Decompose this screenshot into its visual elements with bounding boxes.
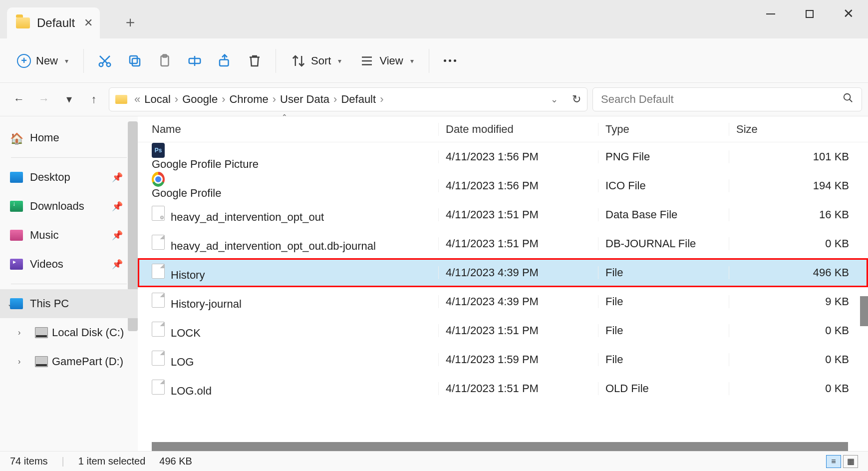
chevron-right-icon[interactable]: › xyxy=(18,357,20,366)
view-mode-toggle: ≡ ▦ xyxy=(826,455,858,468)
back-button[interactable]: ← xyxy=(9,89,29,109)
trash-icon xyxy=(247,53,262,68)
svg-rect-7 xyxy=(220,59,229,66)
file-name: heavy_ad_intervention_opt_out.db-journal xyxy=(171,240,376,252)
status-selection-size: 496 KB xyxy=(159,456,192,467)
file-name: Google Profile xyxy=(152,187,221,199)
minimize-button[interactable] xyxy=(751,0,790,27)
more-button[interactable] xyxy=(436,47,464,75)
file-row[interactable]: LOCK4/11/2023 1:51 PMFile0 KB xyxy=(138,316,868,345)
file-size-cell: 9 KB xyxy=(729,295,868,308)
file-size-cell: 16 KB xyxy=(729,208,868,221)
close-tab-button[interactable]: ✕ xyxy=(84,16,93,29)
window-tab[interactable]: Default ✕ xyxy=(7,7,100,38)
main-content: Home Desktop 📌 Downloads 📌 Music 📌 Video… xyxy=(0,116,868,451)
sidebar-this-pc[interactable]: ⌄ This PC xyxy=(0,289,138,318)
file-row[interactable]: LOG.old4/11/2023 1:51 PMOLD File0 KB xyxy=(138,374,868,403)
chevron-right-icon[interactable]: › xyxy=(18,328,20,337)
paste-button[interactable] xyxy=(151,47,179,75)
sidebar-videos-label: Videos xyxy=(30,258,63,271)
sidebar-downloads[interactable]: Downloads 📌 xyxy=(0,192,138,221)
sidebar-music-label: Music xyxy=(30,229,58,242)
view-label: View xyxy=(379,54,403,67)
refresh-button[interactable]: ↻ xyxy=(572,93,581,106)
cut-button[interactable] xyxy=(91,47,119,75)
recent-locations-button[interactable]: ⌄ xyxy=(551,94,558,105)
rename-icon xyxy=(187,53,202,68)
file-name-cell: PsGoogle Profile Picture xyxy=(152,143,438,171)
horizontal-scrollbar[interactable] xyxy=(152,442,848,451)
new-button[interactable]: + New ▾ xyxy=(9,47,76,75)
details-view-button[interactable]: ≡ xyxy=(826,455,841,468)
breadcrumb-default[interactable]: Default xyxy=(341,93,376,106)
sidebar-gamepart-label: GamePart (D:) xyxy=(52,355,123,368)
file-row[interactable]: LOG4/11/2023 1:59 PMFile0 KB xyxy=(138,345,868,374)
rename-button[interactable] xyxy=(181,47,209,75)
file-date-cell: 4/11/2023 1:56 PM xyxy=(438,150,598,163)
file-size-cell: 194 KB xyxy=(729,179,868,192)
desktop-icon xyxy=(10,172,23,183)
up-button[interactable]: ↑ xyxy=(84,89,104,109)
copy-icon xyxy=(127,53,142,68)
column-name-header[interactable]: Name ⌃ xyxy=(152,123,438,136)
sidebar-desktop[interactable]: Desktop 📌 xyxy=(0,163,138,192)
chevron-down-icon: ▾ xyxy=(65,57,68,65)
maximize-button[interactable] xyxy=(790,0,829,27)
file-name-cell: History xyxy=(152,264,438,282)
sidebar-local-disk[interactable]: › Local Disk (C:) xyxy=(0,318,138,347)
file-type-cell: File xyxy=(598,324,729,337)
share-icon xyxy=(217,53,232,68)
close-window-button[interactable]: ✕ xyxy=(829,0,868,27)
chevron-right-icon: › xyxy=(333,93,337,106)
sort-button[interactable]: Sort ▾ xyxy=(283,47,349,75)
breadcrumb-local[interactable]: Local xyxy=(144,93,171,106)
blank-file-icon xyxy=(152,380,165,395)
file-name-cell: heavy_ad_intervention_opt_out xyxy=(152,206,438,224)
search-icon xyxy=(843,92,854,106)
chevron-down-icon: ▾ xyxy=(410,57,414,65)
file-type-cell: ICO File xyxy=(598,179,729,192)
vertical-scrollbar[interactable] xyxy=(860,296,868,326)
file-name: heavy_ad_intervention_opt_out xyxy=(171,211,324,223)
chrome-file-icon xyxy=(152,172,165,187)
home-icon xyxy=(10,132,23,143)
forward-button[interactable]: → xyxy=(34,89,54,109)
file-type-cell: Data Base File xyxy=(598,208,729,221)
column-type-header[interactable]: Type xyxy=(598,123,729,136)
view-icon xyxy=(359,53,374,68)
file-type-cell: OLD File xyxy=(598,382,729,395)
db-file-icon xyxy=(152,206,165,221)
sidebar-videos[interactable]: Videos 📌 xyxy=(0,250,138,279)
address-bar[interactable]: « Local › Google › Chrome › User Data › … xyxy=(109,87,587,111)
new-tab-button[interactable]: ＋ xyxy=(120,11,141,32)
column-date-header[interactable]: Date modified xyxy=(438,123,598,136)
breadcrumb-google[interactable]: Google xyxy=(182,93,218,106)
disk-icon xyxy=(35,327,48,338)
chevron-down-icon: ▾ xyxy=(338,57,341,65)
search-box[interactable]: Search Default xyxy=(592,87,862,111)
view-button[interactable]: View ▾ xyxy=(351,47,421,75)
file-row[interactable]: History4/11/2023 4:39 PMFile496 KB xyxy=(138,258,868,287)
sidebar-home[interactable]: Home xyxy=(0,123,138,152)
history-dropdown-button[interactable]: ▾ xyxy=(59,89,79,109)
delete-button[interactable] xyxy=(241,47,269,75)
pc-icon xyxy=(10,298,23,309)
file-name-cell: Google Profile xyxy=(152,172,438,200)
file-row[interactable]: heavy_ad_intervention_opt_out.db-journal… xyxy=(138,229,868,258)
blank-file-icon xyxy=(152,293,165,308)
file-row[interactable]: heavy_ad_intervention_opt_out4/11/2023 1… xyxy=(138,200,868,229)
column-size-header[interactable]: Size xyxy=(729,123,868,136)
breadcrumb-chrome[interactable]: Chrome xyxy=(229,93,268,106)
sidebar-gamepart[interactable]: › GamePart (D:) xyxy=(0,347,138,376)
file-name: LOCK xyxy=(171,327,201,339)
copy-button[interactable] xyxy=(121,47,149,75)
tiles-view-button[interactable]: ▦ xyxy=(843,455,858,468)
file-row[interactable]: History-journal4/11/2023 4:39 PMFile9 KB xyxy=(138,287,868,316)
breadcrumb-userdata[interactable]: User Data xyxy=(280,93,329,106)
file-row[interactable]: PsGoogle Profile Picture4/11/2023 1:56 P… xyxy=(138,142,868,171)
file-date-cell: 4/11/2023 1:51 PM xyxy=(438,324,598,337)
chevron-right-icon: › xyxy=(222,93,225,106)
file-row[interactable]: Google Profile4/11/2023 1:56 PMICO File1… xyxy=(138,171,868,200)
share-button[interactable] xyxy=(211,47,239,75)
sidebar-music[interactable]: Music 📌 xyxy=(0,221,138,250)
